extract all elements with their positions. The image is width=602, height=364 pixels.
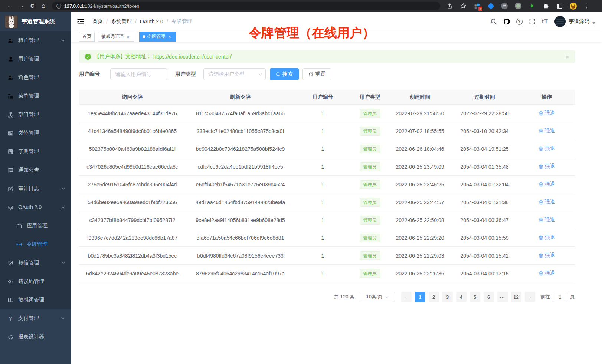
- refresh-token: 9ce8ef2aa9f14056b831ae9b608e28d5: [186, 217, 295, 223]
- page-size-select[interactable]: 10条/页: [359, 292, 395, 302]
- dot-extension-icon[interactable]: [514, 2, 522, 10]
- browser-menu-icon[interactable]: ⋮: [583, 2, 591, 10]
- sidebar-item-sensitive-word[interactable]: 敏感词管理: [0, 291, 71, 309]
- next-page-button[interactable]: ›: [525, 292, 535, 302]
- close-icon[interactable]: ×: [125, 34, 131, 39]
- force-logout-button[interactable]: 强退: [539, 110, 555, 116]
- user-type-badge: 管理员: [360, 180, 380, 189]
- users-icon: [8, 38, 13, 43]
- sidebar-item-audit-log[interactable]: 审计日志: [0, 179, 71, 198]
- breadcrumb-oauth2[interactable]: OAuth 2.0: [140, 19, 163, 24]
- breadcrumb-home[interactable]: 首页: [92, 18, 103, 25]
- sidebar-item-oauth2-token[interactable]: 令牌管理: [0, 235, 71, 254]
- reset-button[interactable]: 重置: [302, 68, 331, 80]
- sidebar-item-errorcode[interactable]: 错误码管理: [0, 272, 71, 291]
- site-info-icon[interactable]: i: [56, 4, 61, 9]
- emoji-extension-icon[interactable]: [569, 2, 577, 10]
- page-button-2[interactable]: 2: [429, 292, 439, 302]
- sidebar-item-pay[interactable]: ¥支付管理: [0, 309, 71, 328]
- close-icon[interactable]: ×: [167, 34, 172, 39]
- sidebar-item-dept[interactable]: 部门管理: [0, 105, 71, 124]
- address-bar[interactable]: i 127.0.0.1:1024/system/oauth2/token: [52, 2, 440, 10]
- page-button-1[interactable]: 1: [415, 292, 425, 302]
- gem-extension-icon[interactable]: [487, 2, 495, 10]
- share-icon[interactable]: [445, 2, 454, 10]
- search-icon[interactable]: [490, 18, 497, 25]
- page-button-4[interactable]: 4: [456, 292, 467, 302]
- breadcrumb: 首页/ 系统管理/ OAuth 2.0/ 令牌管理: [92, 18, 192, 25]
- page-button-12[interactable]: 12: [511, 292, 521, 302]
- green-star-extension-icon[interactable]: ✦: [528, 2, 536, 10]
- force-logout-button[interactable]: 强退: [539, 199, 555, 205]
- user-id: 1: [295, 199, 350, 205]
- page-button-3[interactable]: 3: [442, 292, 453, 302]
- browser-forward-icon[interactable]: →: [16, 3, 27, 9]
- sidebar-item-dict[interactable]: 字典管理: [0, 142, 71, 161]
- puzzle-extension-icon[interactable]: [542, 2, 550, 10]
- tab-sensitive-word[interactable]: 敏感词管理×: [98, 32, 134, 42]
- sidebar-item-oauth2[interactable]: OAuth 2.0: [0, 198, 71, 216]
- access-token: 6d842e2924594de9a09e45e087323abe: [79, 271, 186, 277]
- force-logout-button[interactable]: 强退: [539, 252, 555, 259]
- expire-time: 2022-07-29 22:28:50: [451, 110, 518, 116]
- force-logout-button[interactable]: 强退: [539, 216, 555, 223]
- force-logout-button[interactable]: 强退: [539, 181, 555, 188]
- force-logout-button[interactable]: 强退: [539, 270, 555, 277]
- user-type-badge: 管理员: [360, 127, 380, 136]
- github-icon[interactable]: [503, 18, 510, 25]
- browser-extensions-area: 9 ⌘ ✦ ⋮: [445, 2, 591, 10]
- extension-grid-icon[interactable]: 9: [473, 2, 481, 10]
- goto-page-input[interactable]: [553, 292, 567, 302]
- sidebar-item-user[interactable]: 用户管理: [0, 50, 71, 68]
- sidebar-item-sms[interactable]: 短信管理: [0, 254, 71, 272]
- app-logo: 芋道管理系统: [0, 12, 71, 31]
- refresh-token: 8796295f04064c2983414cc54af1097a: [186, 271, 295, 277]
- table-row: c347026e805e4d99b0d116eae66eda8c cdfc4ce…: [79, 158, 575, 176]
- sidebar-item-notice[interactable]: 通知公告: [0, 161, 71, 179]
- search-button[interactable]: 搜索: [270, 68, 299, 80]
- bookmark-star-icon[interactable]: [459, 2, 467, 10]
- browser-home-icon[interactable]: ⌂: [38, 2, 49, 10]
- filter-bar: 用户编号 用户类型 请选择用户类型 搜索 重置: [79, 66, 575, 83]
- refresh-token: 811c530487574fa0af1a59d3abc1aa66: [186, 110, 295, 116]
- force-logout-button[interactable]: 强退: [539, 234, 555, 241]
- created-time: 2022-06-25 22:29:20: [389, 235, 451, 241]
- breadcrumb-system[interactable]: 系统管理: [111, 18, 132, 25]
- font-size-icon[interactable]: tT: [542, 18, 548, 25]
- trash-icon: [539, 129, 543, 133]
- user-type-select[interactable]: 请选择用户类型: [203, 68, 266, 80]
- fullscreen-icon[interactable]: [529, 18, 536, 25]
- user-menu[interactable]: 芋道源码: [554, 16, 595, 27]
- page-button-5[interactable]: 5: [470, 292, 480, 302]
- chevron-down-icon: [385, 295, 388, 298]
- logo-rabbit-image: [5, 16, 17, 28]
- expire-time: 2054-03-04 00:36:47: [451, 217, 518, 223]
- force-logout-button[interactable]: 强退: [539, 128, 555, 134]
- browser-reload-icon[interactable]: C: [27, 3, 38, 9]
- tab-home[interactable]: 首页: [79, 32, 95, 42]
- user-id-label: 用户编号: [79, 71, 100, 77]
- expire-time: 2054-03-04 19:51:25: [451, 146, 518, 152]
- tab-token-active[interactable]: 令牌管理×: [139, 32, 176, 42]
- side-panel-icon[interactable]: [555, 2, 563, 10]
- command-extension-icon[interactable]: ⌘: [500, 2, 508, 10]
- force-logout-button[interactable]: 强退: [539, 145, 555, 152]
- goto-label: 前往: [540, 294, 550, 300]
- sidebar-item-menu[interactable]: 菜单管理: [0, 87, 71, 105]
- sidebar-item-tenant[interactable]: 租户管理: [0, 31, 71, 50]
- sidebar-item-role[interactable]: 角色管理: [0, 68, 71, 87]
- sidebar-item-oauth2-app[interactable]: 应用管理: [0, 216, 71, 235]
- page-button-6[interactable]: 6: [484, 292, 494, 302]
- browser-back-icon[interactable]: ←: [4, 3, 16, 9]
- user-id: 1: [295, 182, 350, 188]
- help-icon[interactable]: ?: [516, 19, 523, 25]
- alert-close-icon[interactable]: ×: [566, 54, 569, 60]
- alert-doc-link[interactable]: https://doc.iocoder.cn/user-center/: [153, 54, 232, 60]
- prev-page-button[interactable]: ‹: [401, 292, 412, 302]
- sidebar-item-post[interactable]: 岗位管理: [0, 124, 71, 142]
- page-ellipsis-button[interactable]: ···: [497, 292, 508, 302]
- user-id-input[interactable]: [110, 68, 167, 80]
- sidebar-item-report-designer[interactable]: 报表设计器: [0, 328, 71, 346]
- force-logout-button[interactable]: 强退: [539, 163, 555, 170]
- sidebar-toggle-icon[interactable]: [77, 19, 84, 24]
